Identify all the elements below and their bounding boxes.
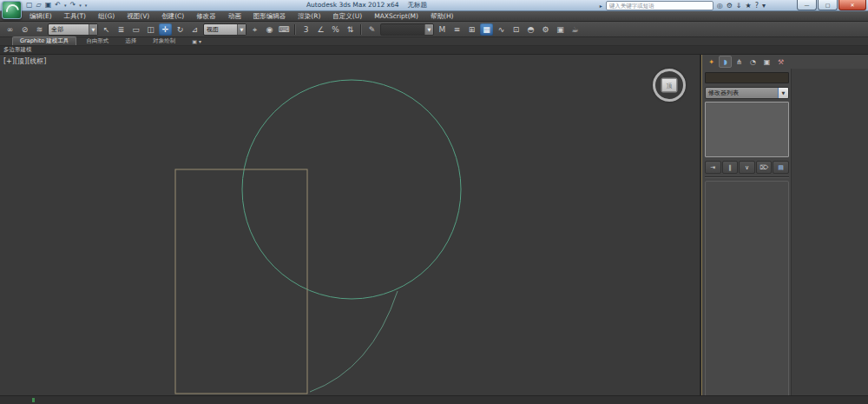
window-crossing-toggle-icon[interactable]: ◫ [144,23,157,36]
redo-icon[interactable]: ↷ [70,1,76,10]
maximize-button[interactable]: ▢ [818,0,838,10]
spline-circle[interactable] [242,80,461,299]
curve-editor-icon[interactable]: ∿ [495,23,508,36]
show-end-result-icon[interactable]: ‖ [722,161,739,174]
tab-utilities[interactable]: ⚒ [774,56,787,68]
snap-toggle-3d-icon[interactable]: 3 [299,23,312,36]
search-icon[interactable]: ◎ [717,2,723,10]
configure-modifier-sets-icon[interactable]: ▤ [773,161,789,174]
dropdown-arrow-icon[interactable]: ▼ [778,88,788,98]
unlink-selection-icon[interactable]: ⊘ [18,23,31,36]
help-menu-arrow-icon[interactable]: ▾ [762,2,766,10]
named-selection-sets-dropdown[interactable]: ▼ [380,23,434,36]
edit-named-selection-sets-icon[interactable]: ✎ [365,23,378,36]
viewcube[interactable]: 顶 [652,68,687,103]
modifier-list-dropdown[interactable]: 修改器列表 ▼ [705,87,789,99]
keyboard-shortcut-override-icon[interactable]: ⌨ [278,23,291,36]
bind-to-space-warp-icon[interactable]: ≋ [33,23,46,36]
select-and-link-icon[interactable]: ∞ [3,23,16,36]
menu-item-6[interactable]: 动画 [222,12,247,21]
viewport-canvas [0,55,700,395]
subscription-center-icon[interactable]: ⚙ [727,2,733,10]
select-by-name-icon[interactable]: ≣ [115,23,128,36]
select-and-move-icon[interactable]: ✛ [159,23,172,36]
undo-icon[interactable]: ↶ [55,1,61,10]
menu-item-7[interactable]: 图形编辑器 [247,12,293,21]
infocenter-collapse-icon[interactable]: ▸ [600,3,602,9]
angle-snap-toggle-icon[interactable]: ∠ [314,23,327,36]
ribbon-tab-0[interactable]: Graphite 建模工具 [12,36,76,45]
viewport-label[interactable]: [+][顶][线框] [3,56,46,66]
tab-hierarchy[interactable]: ⋔ [733,56,746,68]
object-name-row [705,72,789,83]
menu-item-11[interactable]: 帮助(H) [424,12,460,21]
new-file-icon[interactable]: ▢ [26,1,33,10]
make-unique-icon[interactable]: ∨ [739,161,755,174]
menu-item-2[interactable]: 组(G) [92,12,121,21]
object-name-field[interactable] [705,72,789,83]
polygon-modeling-panel-label[interactable]: 多边形建模 [3,46,32,54]
menu-item-9[interactable]: 自定义(U) [326,12,368,21]
use-pivot-point-center-icon[interactable]: ⌖ [248,23,261,36]
modifier-stack-buttons: ⇥‖∨⌦▤ [705,161,789,174]
tab-motion[interactable]: ◔ [746,56,760,68]
modifier-stack-list[interactable] [705,102,789,157]
manage-layers-icon[interactable]: ⊞ [465,23,478,36]
select-and-manipulate-icon[interactable]: ◉ [263,23,276,36]
select-object-icon[interactable]: ↖ [100,23,113,36]
ribbon-tab-1[interactable]: 自由形式 [79,37,115,45]
reference-coordinate-system-dropdown-arrow-icon[interactable]: ▼ [237,24,246,35]
ribbon-minimize-arrow-icon[interactable]: ▾ [199,37,201,45]
rectangular-selection-region-icon[interactable]: ▭ [129,23,142,36]
tab-display[interactable]: ▣ [760,56,773,68]
qat-customize-arrow-icon[interactable]: ▾ [85,1,88,10]
favorites-star-icon[interactable]: ★ [746,2,752,10]
close-button[interactable]: ✕ [838,0,866,10]
application-menu-logo-icon[interactable] [2,1,22,19]
reference-coordinate-system-dropdown[interactable]: 视图▼ [203,23,247,36]
infocenter-search-input[interactable] [606,1,713,10]
mirror-icon[interactable]: M [436,23,449,36]
menu-item-4[interactable]: 创建(C) [155,12,190,21]
percent-snap-toggle-icon[interactable]: % [329,23,342,36]
material-editor-icon[interactable]: ◓ [524,23,537,36]
menu-item-1[interactable]: 工具(T) [58,12,92,21]
ribbon-tab-3[interactable]: 对象绘制 [146,37,182,45]
named-selection-sets-dropdown-arrow-icon[interactable]: ▼ [424,24,433,35]
viewport-top[interactable]: [+][顶][线框] 顶 [0,55,700,395]
undo-menu-arrow-icon[interactable]: ▾ [64,1,67,10]
render-setup-icon[interactable]: ⚙ [539,23,552,36]
remove-modifier-icon[interactable]: ⌦ [756,161,773,174]
tab-modify[interactable]: ◗ [719,56,732,68]
rendered-frame-window-icon[interactable]: ▣ [554,23,567,36]
spline-tail-curve[interactable] [310,291,398,392]
redo-menu-arrow-icon[interactable]: ▾ [79,1,82,10]
bottom-strip [0,395,868,404]
align-icon[interactable]: ≡ [450,23,464,36]
select-and-scale-icon[interactable]: ⊿ [188,23,201,36]
menu-item-5[interactable]: 修改器 [190,12,222,21]
minimize-button[interactable]: — [797,0,817,10]
schematic-view-icon[interactable]: ⊡ [510,23,523,36]
tab-create[interactable]: ✦ [705,56,718,68]
communication-center-icon[interactable]: ⇓ [736,2,742,10]
render-production-icon[interactable]: ☕ [569,23,582,36]
pin-stack-icon[interactable]: ⇥ [705,161,721,174]
menu-item-3[interactable]: 视图(V) [121,12,155,21]
ribbon-tab-2[interactable]: 选择 [118,37,143,45]
menu-item-8[interactable]: 渲染(R) [292,12,326,21]
select-and-rotate-icon[interactable]: ↻ [174,23,187,36]
menu-item-10[interactable]: MAXScript(M) [368,12,424,20]
ribbon-controls: ▣ ▾ [192,37,201,45]
viewcube-top-face[interactable]: 顶 [661,78,678,93]
menu-item-0[interactable]: 编辑(E) [23,12,58,21]
ribbon-state-icon[interactable]: ▣ [192,37,197,45]
graphite-modeling-tools-toggle-icon[interactable]: ▦ [480,23,493,36]
help-icon[interactable]: ? [755,2,759,10]
selection-filter-dropdown-arrow-icon[interactable]: ▼ [89,24,97,35]
selection-filter-dropdown[interactable]: 全部▼ [48,23,98,36]
open-file-icon[interactable]: ▱ [36,1,42,10]
save-file-icon[interactable]: ▣ [45,1,52,10]
spline-rectangle[interactable] [175,169,307,394]
spinner-snap-toggle-icon[interactable]: ⇅ [344,23,357,36]
